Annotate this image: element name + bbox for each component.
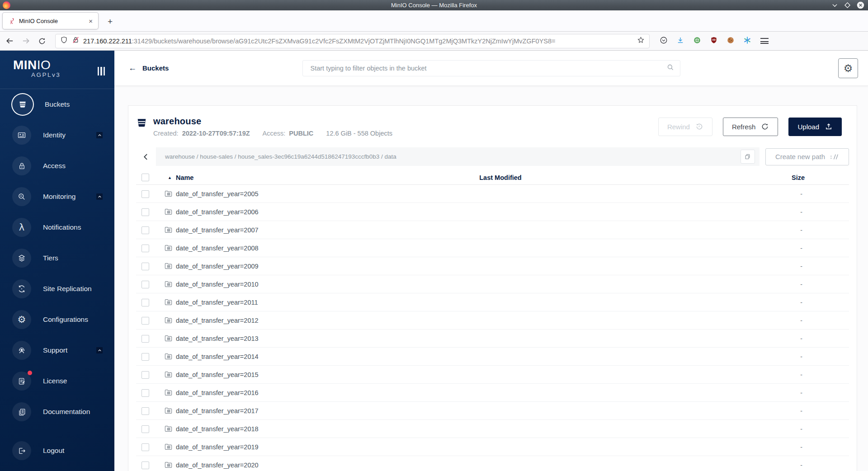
row-checkbox[interactable] xyxy=(142,208,149,216)
maximize-icon[interactable] xyxy=(844,2,851,9)
sidebar-item-label: Notifications xyxy=(43,223,81,231)
column-name[interactable]: ▲ Name xyxy=(168,174,374,181)
chevron-up-icon[interactable] xyxy=(96,193,103,200)
extension-asterisk-icon[interactable] xyxy=(743,36,751,46)
close-icon[interactable] xyxy=(857,1,864,9)
new-tab-button[interactable]: + xyxy=(105,17,115,27)
table-row[interactable]: date_of_transfer_year=2013 - xyxy=(136,330,849,348)
object-size: - xyxy=(627,226,849,234)
reload-button[interactable] xyxy=(35,34,49,48)
column-last-modified[interactable]: Last Modified xyxy=(374,174,627,181)
bookmark-star-icon[interactable] xyxy=(637,36,645,46)
sidebar-item-monitoring[interactable]: Monitoring xyxy=(0,181,114,212)
sidebar-item-logout[interactable]: Logout xyxy=(0,435,114,466)
upload-button[interactable]: Upload xyxy=(788,118,842,136)
settings-gear-button[interactable]: ⚙ xyxy=(838,58,858,78)
table-row[interactable]: date_of_transfer_year=2006 - xyxy=(136,203,849,221)
create-new-path-button[interactable]: Create new path xyxy=(765,148,849,165)
copy-path-button[interactable] xyxy=(741,150,755,164)
sidebar-item-notifications[interactable]: λ Notifications xyxy=(0,212,114,243)
sidebar-menu: Buckets Identity Access xyxy=(0,89,114,471)
ublock-icon[interactable]: UD xyxy=(710,36,718,46)
download-icon[interactable] xyxy=(676,36,684,46)
extension-green-icon[interactable] xyxy=(693,36,701,46)
search-input[interactable] xyxy=(311,65,666,72)
refresh-button[interactable]: Refresh xyxy=(723,118,778,136)
row-checkbox[interactable] xyxy=(142,281,149,288)
cookie-icon[interactable] xyxy=(726,36,735,46)
bucket-meta: Created: 2022-10-27T09:57:19Z Access: PU… xyxy=(153,130,392,137)
tab-close-icon[interactable]: × xyxy=(87,17,94,25)
table-row[interactable]: date_of_transfer_year=2014 - xyxy=(136,348,849,366)
row-checkbox[interactable] xyxy=(142,245,149,252)
collapse-sidebar-icon[interactable] xyxy=(98,67,105,75)
sidebar-item-buckets[interactable]: Buckets xyxy=(0,89,114,120)
sidebar-item-site-replication[interactable]: Site Replication xyxy=(0,273,114,304)
minimize-icon[interactable] xyxy=(831,2,838,9)
row-checkbox[interactable] xyxy=(142,443,149,451)
table-row[interactable]: date_of_transfer_year=2018 - xyxy=(136,420,849,438)
sidebar-item-documentation[interactable]: Documentation xyxy=(0,396,114,427)
table-row[interactable]: date_of_transfer_year=2015 - xyxy=(136,366,849,384)
pocket-icon[interactable] xyxy=(660,36,668,46)
table-row[interactable]: date_of_transfer_year=2011 - xyxy=(136,293,849,311)
table-row[interactable]: date_of_transfer_year=2007 - xyxy=(136,221,849,239)
row-checkbox[interactable] xyxy=(142,462,149,469)
select-all-checkbox[interactable] xyxy=(142,174,149,181)
table-row[interactable]: date_of_transfer_year=2020 - xyxy=(136,456,849,471)
id-card-icon xyxy=(12,126,31,145)
sidebar-item-configurations[interactable]: ⚙ Configurations xyxy=(0,304,114,335)
path-back-button[interactable] xyxy=(136,147,156,166)
object-name: date_of_transfer_year=2019 xyxy=(176,443,259,451)
row-checkbox[interactable] xyxy=(142,317,149,325)
svg-text:UD: UD xyxy=(712,38,716,41)
row-checkbox[interactable] xyxy=(142,226,149,234)
object-size: - xyxy=(627,353,849,360)
sidebar-item-access[interactable]: Access xyxy=(0,151,114,181)
tab-minio-console[interactable]: MinIO Console × xyxy=(2,12,99,29)
column-size[interactable]: Size xyxy=(627,174,849,181)
chevron-up-icon[interactable] xyxy=(96,347,103,353)
table-row[interactable]: date_of_transfer_year=2008 - xyxy=(136,239,849,257)
sidebar-item-license[interactable]: License xyxy=(0,366,114,396)
access-label: Access: xyxy=(263,130,286,137)
sidebar-item-identity[interactable]: Identity xyxy=(0,120,114,151)
row-checkbox[interactable] xyxy=(142,335,149,343)
object-size: - xyxy=(627,190,849,198)
back-to-buckets[interactable]: ← Buckets xyxy=(128,63,169,73)
row-checkbox[interactable] xyxy=(142,389,149,397)
bucket-icon xyxy=(12,94,33,115)
table-row[interactable]: date_of_transfer_year=2010 - xyxy=(136,275,849,293)
row-checkbox[interactable] xyxy=(142,407,149,415)
row-checkbox[interactable] xyxy=(142,353,149,361)
sidebar-item-support[interactable]: Support xyxy=(0,335,114,366)
rewind-button[interactable]: Rewind xyxy=(658,118,712,136)
sidebar-item-tiers[interactable]: Tiers xyxy=(0,243,114,273)
url-text[interactable]: 217.160.222.211:31429/buckets/warehouse/… xyxy=(83,38,637,45)
table-row[interactable]: date_of_transfer_year=2012 - xyxy=(136,311,849,330)
url-host: 217.160.222.211 xyxy=(83,38,132,45)
forward-button[interactable] xyxy=(19,34,33,48)
back-button[interactable] xyxy=(3,34,16,48)
url-bar[interactable]: 217.160.222.211:31429/buckets/warehouse/… xyxy=(55,34,650,48)
breadcrumb-path[interactable]: warehouse / house-sales / house_sales-3e… xyxy=(165,153,396,160)
row-checkbox[interactable] xyxy=(142,263,149,270)
lock-disabled-icon[interactable] xyxy=(72,36,80,46)
access-value[interactable]: PUBLIC xyxy=(289,130,313,137)
object-name: date_of_transfer_year=2014 xyxy=(176,353,259,360)
row-checkbox[interactable] xyxy=(142,425,149,433)
monitor-search-icon xyxy=(12,187,31,206)
row-checkbox[interactable] xyxy=(142,190,149,198)
created-label: Created: xyxy=(153,130,179,137)
table-row[interactable]: date_of_transfer_year=2019 - xyxy=(136,438,849,456)
menu-icon[interactable] xyxy=(760,38,769,44)
row-checkbox[interactable] xyxy=(142,299,149,306)
chevron-up-icon[interactable] xyxy=(96,132,103,138)
table-row[interactable]: date_of_transfer_year=2016 - xyxy=(136,384,849,402)
shield-icon[interactable] xyxy=(60,36,68,46)
table-row[interactable]: date_of_transfer_year=2017 - xyxy=(136,402,849,420)
table-row[interactable]: date_of_transfer_year=2005 - xyxy=(136,185,849,203)
table-row[interactable]: date_of_transfer_year=2009 - xyxy=(136,257,849,275)
bucket-icon xyxy=(136,117,147,130)
row-checkbox[interactable] xyxy=(142,371,149,379)
